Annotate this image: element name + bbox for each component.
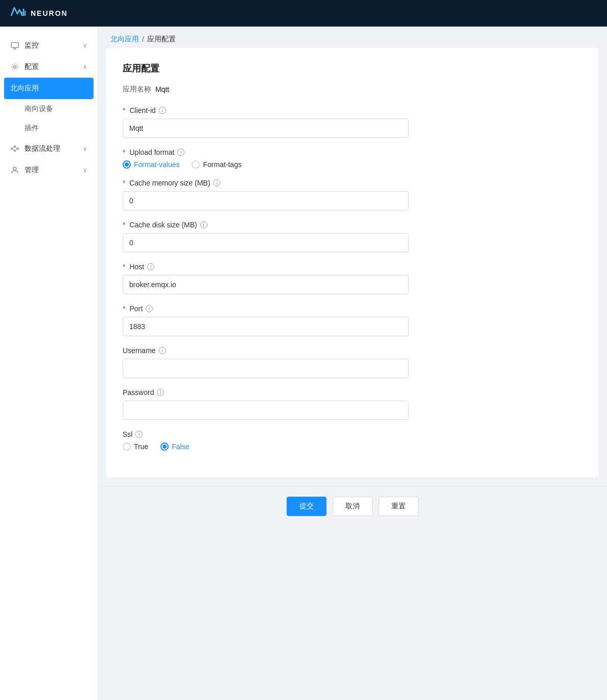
chevron-icon-manage: ∨ [83, 167, 87, 174]
sidebar-label-monitor: 监控 [25, 41, 39, 50]
field-password: Password i [123, 388, 582, 420]
sidebar-item-south-device[interactable]: 南向设备 [0, 99, 98, 119]
radio-group-upload-format: Format-values Format-tags [123, 160, 582, 169]
radio-format-tags[interactable]: Format-tags [192, 160, 241, 169]
required-star-cache-disk: * [123, 221, 125, 229]
label-text-port: Port [129, 305, 143, 313]
app-name-row: 应用名称 Mqtt [123, 85, 582, 94]
submit-button[interactable]: 提交 [287, 497, 326, 516]
svg-line-12 [13, 149, 14, 151]
chevron-icon-monitor: ∨ [83, 42, 87, 49]
label-text-username: Username [123, 346, 156, 355]
sidebar-label-plugin: 插件 [25, 124, 39, 132]
radio-circle-ssl-false [160, 442, 169, 451]
required-star-upload-format: * [123, 148, 125, 156]
sidebar-item-monitor[interactable]: 监控 ∨ [0, 35, 98, 56]
required-star-port: * [123, 305, 125, 313]
svg-point-8 [14, 146, 16, 148]
label-text-password: Password [123, 388, 154, 396]
label-text-client-id: Client-id [129, 106, 155, 114]
config-icon [10, 62, 19, 72]
field-port: * Port i [123, 305, 582, 336]
app-name-label: 应用名称 [123, 85, 151, 94]
info-icon-port[interactable]: i [146, 305, 153, 312]
label-text-ssl: Ssl [123, 430, 132, 438]
dataflow-icon [10, 144, 19, 153]
field-upload-format: * Upload format i Format-values Format-t… [123, 148, 582, 169]
sidebar-label-dataflow: 数据流处理 [25, 144, 60, 153]
input-client-id[interactable] [123, 119, 409, 138]
info-icon-cache-memory[interactable]: i [213, 179, 220, 186]
field-label-cache-disk: * Cache disk size (MB) i [123, 221, 582, 229]
form-title: 应用配置 [123, 62, 582, 75]
sidebar-label-config: 配置 [25, 62, 39, 72]
info-icon-host[interactable]: i [147, 263, 154, 270]
field-client-id: * Client-id i [123, 106, 582, 138]
label-text-host: Host [129, 263, 144, 271]
svg-rect-3 [11, 42, 18, 48]
info-icon-upload-format[interactable]: i [177, 149, 184, 156]
info-icon-username[interactable]: i [159, 347, 166, 354]
sidebar-item-config[interactable]: 配置 ∧ [0, 56, 98, 78]
field-label-password: Password i [123, 388, 582, 396]
breadcrumb-current: 应用配置 [147, 35, 176, 44]
required-star-host: * [123, 263, 125, 271]
sidebar-item-plugin[interactable]: 插件 [0, 119, 98, 138]
radio-label-format-values: Format-values [134, 160, 179, 169]
radio-label-format-tags: Format-tags [203, 160, 241, 169]
chevron-icon-dataflow: ∨ [83, 145, 87, 152]
radio-label-ssl-true: True [134, 442, 148, 451]
radio-label-ssl-false: False [172, 442, 189, 451]
field-cache-memory-size: * Cache memory size (MB) i [123, 179, 582, 211]
sidebar-item-dataflow[interactable]: 数据流处理 ∨ [0, 138, 98, 159]
monitor-icon [10, 41, 19, 50]
svg-point-7 [11, 148, 13, 150]
input-cache-memory-size[interactable] [123, 191, 409, 211]
reset-button[interactable]: 重置 [379, 497, 418, 516]
svg-line-13 [16, 147, 17, 149]
field-username: Username i [123, 346, 582, 378]
input-port[interactable] [123, 317, 409, 336]
sidebar-item-manage[interactable]: 管理 ∨ [0, 159, 98, 181]
field-label-cache-memory: * Cache memory size (MB) i [123, 179, 582, 187]
info-icon-ssl[interactable]: i [135, 431, 143, 438]
sidebar-item-north-app[interactable]: 北向应用 [4, 78, 94, 99]
field-label-upload-format: * Upload format i [123, 148, 582, 156]
input-cache-disk-size[interactable] [123, 233, 409, 252]
field-label-username: Username i [123, 346, 582, 355]
svg-point-9 [14, 150, 16, 152]
radio-circle-format-values [123, 160, 131, 169]
field-label-host: * Host i [123, 263, 582, 271]
required-star-cache-memory: * [123, 179, 125, 187]
radio-ssl-true[interactable]: True [123, 442, 148, 451]
breadcrumb: 北向应用 / 应用配置 [98, 27, 607, 48]
svg-point-10 [17, 148, 19, 150]
breadcrumb-parent[interactable]: 北向应用 [110, 35, 139, 44]
field-cache-disk-size: * Cache disk size (MB) i [123, 221, 582, 252]
field-host: * Host i [123, 263, 582, 294]
field-label-port: * Port i [123, 305, 582, 313]
sidebar-label-manage: 管理 [25, 166, 39, 175]
info-icon-password[interactable]: i [157, 389, 164, 396]
breadcrumb-separator: / [142, 35, 144, 43]
radio-group-ssl: True False [123, 442, 582, 451]
svg-point-15 [13, 167, 16, 170]
label-text-cache-disk: Cache disk size (MB) [129, 221, 197, 229]
navbar: NEURON [0, 0, 607, 27]
info-icon-cache-disk[interactable]: i [200, 221, 207, 228]
input-password[interactable] [123, 401, 409, 420]
label-text-cache-memory: Cache memory size (MB) [129, 179, 210, 187]
app-name-value: Mqtt [155, 85, 169, 94]
sidebar: 监控 ∨ 配置 ∧ 北向应用 南向 [0, 27, 98, 700]
radio-circle-format-tags [192, 160, 200, 169]
radio-format-values[interactable]: Format-values [123, 160, 179, 169]
cancel-button[interactable]: 取消 [333, 497, 372, 516]
input-host[interactable] [123, 275, 409, 294]
input-username[interactable] [123, 359, 409, 378]
svg-line-11 [13, 147, 14, 149]
info-icon-client-id[interactable]: i [159, 107, 166, 114]
label-text-upload-format: Upload format [129, 148, 174, 156]
radio-ssl-false[interactable]: False [160, 442, 189, 451]
main-content: 北向应用 / 应用配置 应用配置 应用名称 Mqtt * Client-id i [98, 27, 607, 700]
required-star-client-id: * [123, 106, 125, 114]
